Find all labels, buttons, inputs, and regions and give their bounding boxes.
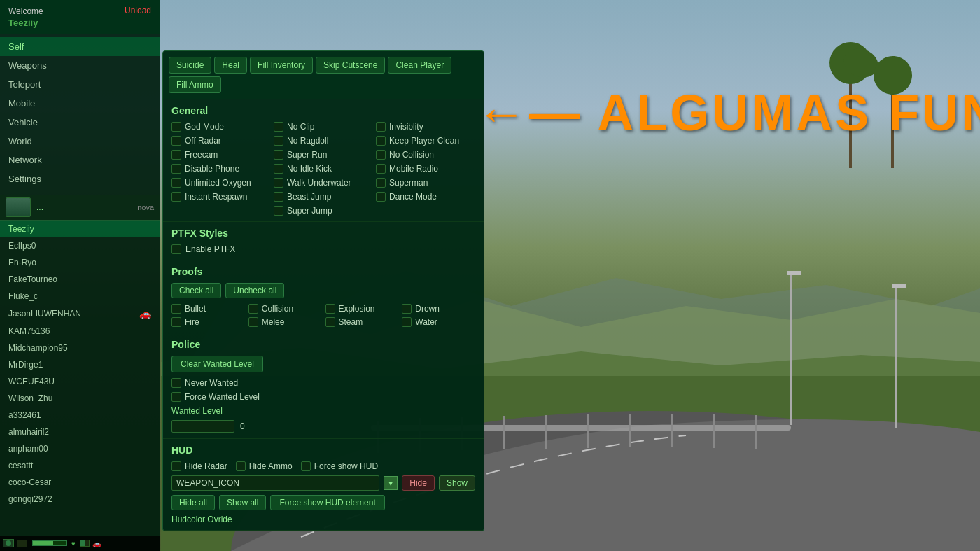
toggle-checkbox-fire[interactable]	[172, 317, 181, 327]
toggle-checkbox-mobile-radio[interactable]	[376, 164, 386, 174]
toggle-checkbox-god-mode[interactable]	[172, 122, 181, 132]
toggle-water[interactable]: Water	[402, 317, 475, 327]
nav-item-settings[interactable]: Settings	[0, 169, 160, 188]
toggle-checkbox-water[interactable]	[402, 317, 412, 327]
toggle-checkbox-hide-ammo[interactable]	[236, 461, 246, 471]
toggle-checkbox-force-wanted-level[interactable]	[172, 392, 181, 402]
player-item-a332461[interactable]: a332461	[0, 407, 160, 424]
toggle-checkbox-off-radar[interactable]	[172, 136, 181, 146]
toggle-no-ragdoll[interactable]: No Ragdoll	[274, 136, 373, 146]
toggle-checkbox-no-ragdoll[interactable]	[274, 136, 284, 146]
toggle-checkbox-enable-ptfx[interactable]	[172, 244, 181, 254]
nav-item-self[interactable]: Self	[0, 37, 160, 56]
toggle-keep-player-clean[interactable]: Keep Player Clean	[376, 136, 475, 146]
toggle-superman[interactable]: Superman	[376, 178, 475, 188]
toggle-unlimited-oxygen[interactable]: Unlimited Oxygen	[172, 178, 271, 188]
toggle-steam[interactable]: Steam	[326, 317, 399, 327]
player-item-coco-cesar[interactable]: coco-Cesar	[0, 474, 160, 491]
player-item-eclips0[interactable]: EclIps0	[0, 237, 160, 254]
hide-button[interactable]: Hide	[402, 475, 435, 491]
toggle-mobile-radio[interactable]: Mobile Radio	[376, 164, 475, 174]
player-item-gongqi2972[interactable]: gongqi2972	[0, 491, 160, 508]
toggle-checkbox-disable-phone[interactable]	[172, 164, 181, 174]
player-item-midchampion95[interactable]: Midchampion95	[0, 340, 160, 356]
player-item-mrdirge1[interactable]: MrDirge1	[0, 356, 160, 373]
toggle-checkbox-super-run[interactable]	[274, 150, 284, 160]
toggle-checkbox-freecam[interactable]	[172, 150, 181, 160]
toggle-invisiblity[interactable]: Invisiblity	[376, 122, 475, 132]
toggle-fire[interactable]: Fire	[172, 317, 245, 327]
nav-item-world[interactable]: World	[0, 132, 160, 151]
tab-clean-player[interactable]: Clean Player	[388, 57, 451, 74]
force-show-element-button[interactable]: Force show HUD element	[270, 495, 384, 510]
toggle-bullet[interactable]: Bullet	[172, 304, 245, 314]
toggle-off-radar[interactable]: Off Radar	[172, 136, 271, 146]
toggle-melee[interactable]: Melee	[248, 317, 322, 327]
toggle-checkbox-super-jump[interactable]	[274, 206, 284, 216]
toggle-checkbox-force-show-hud[interactable]	[301, 461, 311, 471]
toggle-checkbox-bullet[interactable]	[172, 304, 181, 314]
toggle-checkbox-no-clip[interactable]	[274, 122, 284, 132]
toggle-freecam[interactable]: Freecam	[172, 150, 271, 160]
nav-item-weapons[interactable]: Weapons	[0, 56, 160, 75]
toggle-force-show-hud[interactable]: Force show HUD	[301, 461, 378, 471]
toggle-checkbox-drown[interactable]	[402, 304, 412, 314]
player-item-teeziiy[interactable]: Teeziiy	[0, 221, 160, 237]
toggle-collision[interactable]: Collision	[248, 304, 322, 314]
hud-element-dropdown[interactable]: WEAPON_ICON	[172, 475, 379, 491]
toggle-walk-underwater[interactable]: Walk Underwater	[274, 178, 373, 188]
player-item-faketourneo[interactable]: FakeTourneo	[0, 271, 160, 288]
player-item-jasonliuwenhan[interactable]: JasonLIUWENHAN 🚗	[0, 305, 160, 323]
toggle-drown[interactable]: Drown	[402, 304, 475, 314]
nav-item-vehicle[interactable]: Vehicle	[0, 113, 160, 132]
check-all-button[interactable]: Check all	[172, 283, 221, 298]
player-item-kam75136[interactable]: KAM75136	[0, 323, 160, 340]
hide-all-button[interactable]: Hide all	[172, 495, 215, 510]
toggle-instant-respawn[interactable]: Instant Respawn	[172, 192, 271, 202]
toggle-checkbox-steam[interactable]	[326, 317, 335, 327]
toggle-checkbox-collision[interactable]	[248, 304, 258, 314]
toggle-checkbox-hide-radar[interactable]	[172, 461, 181, 471]
clear-wanted-level-button[interactable]: Clear Wanted Level	[172, 356, 263, 372]
toggle-checkbox-no-collision[interactable]	[376, 150, 386, 160]
unload-button[interactable]: Unload	[125, 6, 151, 15]
toggle-checkbox-never-wanted[interactable]	[172, 378, 181, 388]
wanted-level-track[interactable]	[172, 420, 234, 433]
tab-skip-cutscene[interactable]: Skip Cutscene	[316, 57, 385, 74]
toggle-hide-ammo[interactable]: Hide Ammo	[236, 461, 293, 471]
show-button[interactable]: Show	[439, 475, 475, 491]
toggle-dance-mode[interactable]: Dance Mode	[376, 192, 475, 202]
toggle-checkbox-beast-jump[interactable]	[274, 192, 284, 202]
toggle-checkbox-melee[interactable]	[248, 317, 258, 327]
toggle-disable-phone[interactable]: Disable Phone	[172, 164, 271, 174]
toggle-checkbox-invisiblity[interactable]	[376, 122, 386, 132]
player-item-en-ryo[interactable]: En-Ryo	[0, 254, 160, 271]
toggle-checkbox-dance-mode[interactable]	[376, 192, 386, 202]
toggle-no-idle-kick[interactable]: No Idle Kick	[274, 164, 373, 174]
toggle-hide-radar[interactable]: Hide Radar	[172, 461, 227, 471]
toggle-checkbox-instant-respawn[interactable]	[172, 192, 181, 202]
nav-item-teleport[interactable]: Teleport	[0, 75, 160, 94]
dropdown-arrow-icon[interactable]: ▼	[384, 476, 398, 490]
toggle-god-mode[interactable]: God Mode	[172, 122, 271, 132]
toggle-no-collision[interactable]: No Collision	[376, 150, 475, 160]
toggle-explosion[interactable]: Explosion	[326, 304, 399, 314]
toggle-never-wanted[interactable]: Never Wanted	[172, 378, 475, 388]
toggle-checkbox-no-idle-kick[interactable]	[274, 164, 284, 174]
tab-fill-inventory[interactable]: Fill Inventory	[250, 57, 313, 74]
player-item-anpham00[interactable]: anpham00	[0, 440, 160, 457]
toggle-beast-jump[interactable]: Beast Jump	[274, 192, 373, 202]
player-item-almuhairil2[interactable]: almuhairil2	[0, 424, 160, 440]
show-all-button[interactable]: Show all	[219, 495, 266, 510]
player-item-fluke-c[interactable]: Fluke_c	[0, 288, 160, 305]
nav-item-mobile[interactable]: Mobile	[0, 94, 160, 113]
uncheck-all-button[interactable]: Uncheck all	[225, 283, 284, 298]
toggle-checkbox-explosion[interactable]	[326, 304, 335, 314]
nav-item-network[interactable]: Network	[0, 151, 160, 169]
tab-suicide[interactable]: Suicide	[169, 57, 211, 74]
player-item-wilson-zhu[interactable]: Wilson_Zhu	[0, 390, 160, 407]
player-item-cesattt[interactable]: cesattt	[0, 457, 160, 474]
toggle-checkbox-unlimited-oxygen[interactable]	[172, 178, 181, 188]
toggle-super-run[interactable]: Super Run	[274, 150, 373, 160]
toggle-no-clip[interactable]: No Clip	[274, 122, 373, 132]
